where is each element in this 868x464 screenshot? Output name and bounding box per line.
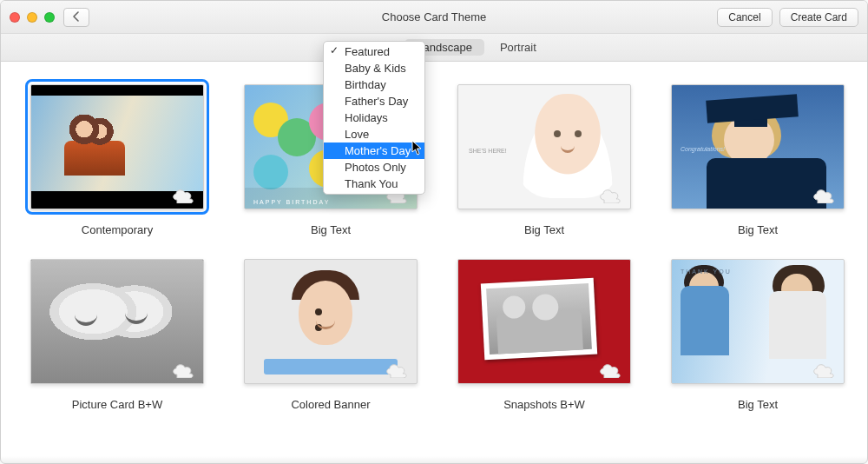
theme-label: Big Text [738, 223, 778, 236]
theme-overlay-text: THANK YOU [681, 268, 732, 275]
cloud-icon [811, 186, 837, 203]
theme-item[interactable]: Colored Banner [244, 259, 418, 411]
window: Choose Card Theme Cancel Create Card Fea… [0, 0, 868, 464]
theme-thumbnail: THANK YOU [671, 259, 845, 384]
cursor-icon [411, 140, 424, 159]
category-dropdown-menu: Featured Baby & Kids Birthday Father's D… [323, 41, 425, 195]
theme-thumbnail [457, 259, 631, 384]
theme-label: Big Text [311, 223, 351, 236]
dropdown-item-mothers-day[interactable]: Mother's Day [324, 143, 424, 159]
dropdown-item-baby-kids[interactable]: Baby & Kids [324, 60, 424, 76]
dropdown-item-fathers-day[interactable]: Father's Day [324, 93, 424, 109]
theme-item[interactable]: Picture Card B+W [30, 259, 204, 411]
theme-item[interactable]: Snapshots B+W [457, 259, 631, 411]
minimize-window-button[interactable] [27, 12, 37, 23]
theme-grid-container: Contemporary [1, 62, 867, 464]
theme-label: Big Text [524, 223, 564, 236]
cancel-button[interactable]: Cancel [717, 8, 772, 27]
zoom-window-button[interactable] [44, 12, 55, 23]
theme-thumbnail: Congratulations! [671, 84, 845, 209]
theme-item[interactable]: SHE'S HERE! Big Text [457, 84, 631, 236]
dropdown-item-birthday[interactable]: Birthday [324, 76, 424, 93]
close-window-button[interactable] [10, 12, 20, 23]
theme-overlay-text: Congratulations! [681, 146, 725, 152]
theme-thumbnail [30, 84, 204, 209]
theme-thumbnail: SHE'S HERE! [457, 84, 631, 209]
theme-item[interactable]: Contemporary [30, 84, 204, 236]
create-card-button[interactable]: Create Card [779, 8, 858, 27]
back-button[interactable] [63, 8, 89, 27]
theme-overlay-text: HAPPY BIRTHDAY [253, 199, 330, 205]
theme-thumbnail [30, 259, 204, 384]
theme-label: Snapshots B+W [503, 398, 585, 411]
cloud-icon [811, 361, 837, 378]
dropdown-item-photos-only[interactable]: Photos Only [324, 159, 424, 176]
theme-item[interactable]: Congratulations! Big Text [671, 84, 845, 236]
theme-grid: Contemporary [30, 84, 838, 411]
theme-label: Colored Banner [291, 398, 370, 411]
cloud-icon [384, 361, 410, 378]
svg-point-6 [253, 155, 288, 189]
theme-label: Big Text [738, 398, 778, 411]
cloud-icon [170, 186, 196, 203]
theme-overlay-text: SHE'S HERE! [469, 148, 507, 154]
dropdown-item-featured[interactable]: Featured [324, 43, 424, 60]
toolbar: Featured ⌄ Landscape Portrait [1, 34, 867, 62]
theme-label: Contemporary [82, 223, 153, 236]
cloud-icon [597, 361, 623, 378]
titlebar: Choose Card Theme Cancel Create Card [1, 1, 867, 34]
dropdown-item-thank-you[interactable]: Thank You [324, 176, 424, 192]
theme-thumbnail [244, 259, 418, 384]
chevron-left-icon [72, 10, 81, 24]
dropdown-item-holidays[interactable]: Holidays [324, 109, 424, 126]
orientation-tab-portrait[interactable]: Portrait [500, 41, 536, 54]
dropdown-item-love[interactable]: Love [324, 126, 424, 143]
window-controls [10, 12, 55, 23]
cloud-icon [597, 186, 623, 203]
theme-label: Picture Card B+W [72, 398, 162, 411]
cloud-icon [170, 361, 196, 378]
theme-item[interactable]: THANK YOU Big Text [671, 259, 845, 411]
